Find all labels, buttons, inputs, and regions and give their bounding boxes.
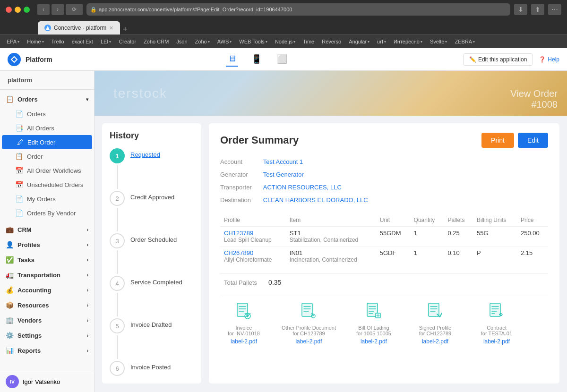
order-actions: Print Edit: [481, 133, 548, 148]
crm-icon: 💼: [6, 226, 14, 233]
sidebar-item-settings[interactable]: ⚙️ Settings ›: [0, 328, 94, 343]
close-button[interactable]: [6, 7, 12, 13]
print-button[interactable]: Print: [481, 133, 514, 148]
sidebar-item-my-orders[interactable]: 📄 My Orders: [0, 192, 94, 206]
reports-chevron-icon: ›: [87, 348, 88, 353]
doc-contract[interactable]: Contractfor TESTA-01 label-2.pdf: [473, 303, 520, 345]
bookmark-time[interactable]: Time: [300, 38, 317, 45]
new-tab-button[interactable]: +: [123, 25, 128, 34]
contract-icon: [489, 303, 504, 323]
sidebar-item-reports[interactable]: 📊 Reports ›: [0, 343, 94, 358]
sidebar-item-edit-order[interactable]: 🖊 Edit Order: [2, 135, 92, 149]
bookmark-lei[interactable]: LEI ▾: [98, 38, 114, 45]
bookmark-web-tools[interactable]: WEB Tools ▾: [236, 38, 270, 45]
bookmark-trello[interactable]: Trello: [49, 38, 67, 45]
step-circle-6: 6: [110, 361, 125, 376]
user-name: Igor Vatsenko: [23, 378, 60, 385]
row1-item: ST1 Stabilization, Containerized: [286, 227, 376, 247]
share-button[interactable]: ⬆: [531, 4, 544, 15]
sidebar-item-tasks[interactable]: ✅ Tasks ›: [0, 252, 94, 267]
total-row: Total Pallets 0.35: [220, 273, 548, 291]
minimize-button[interactable]: [15, 7, 21, 13]
bookmark-epa[interactable]: EPA ▾: [4, 38, 22, 45]
forward-button[interactable]: ›: [52, 4, 64, 15]
more-button[interactable]: ⋯: [548, 4, 561, 15]
doc-other-profile[interactable]: Other Profile Documentfor CH123789 label…: [282, 303, 336, 345]
reload-button[interactable]: ⟳: [66, 4, 83, 15]
step-label-6: Invoice Posted: [130, 361, 171, 371]
invoice-link[interactable]: label-2.pdf: [231, 338, 257, 345]
back-button[interactable]: ‹: [37, 4, 50, 15]
sidebar-item-profiles[interactable]: 👤 Profiles ›: [0, 237, 94, 252]
sidebar-item-all-workflows[interactable]: 📅 All Order Workflows: [0, 163, 94, 178]
bookmark-zoho-crm[interactable]: Zoho CRM: [141, 38, 172, 45]
sidebar-item-accounting[interactable]: 💰 Accounting ›: [0, 282, 94, 298]
tablet-icon[interactable]: 📱: [249, 52, 264, 67]
doc-signed-profile[interactable]: Signed Profilefor CH123789 label-2.pdf: [412, 303, 459, 345]
active-tab[interactable]: Concertive - platform ×: [38, 21, 120, 34]
col-profile: Profile: [220, 214, 286, 227]
sidebar-item-order[interactable]: 📋 Order: [0, 149, 94, 163]
app-header-left: Platform: [8, 53, 52, 66]
step-link-1[interactable]: Requested: [130, 151, 160, 158]
maximize-button[interactable]: [24, 7, 30, 13]
help-button[interactable]: ❓ Help: [539, 56, 559, 63]
transporter-value[interactable]: ACTION RESOURCES, LLC: [263, 183, 548, 192]
content-area: terstock View Order #1008 History: [94, 71, 567, 392]
order-table-body: CH123789 Lead Spill Cleanup ST1 Stabiliz…: [220, 227, 548, 266]
vendors-label: Vendors: [17, 317, 42, 324]
sidebar-section-orders: 📋 Orders ▾ 📄 Orders 📑 All Orders: [0, 90, 94, 222]
bookmark-interesno[interactable]: Интересно ▾: [391, 38, 425, 45]
sidebar-item-orders[interactable]: 📄 Orders: [0, 107, 94, 121]
tasks-icon: ✅: [6, 256, 14, 264]
doc-invoice[interactable]: Invoicefor INV-01018 label-2.pdf: [220, 303, 267, 345]
documents-section: Invoicefor INV-01018 label-2.pdf: [220, 295, 548, 345]
destination-value[interactable]: CLEAN HARBORS EL DORADO, LLC: [263, 196, 548, 205]
sidebar-item-resources[interactable]: 📦 Resources ›: [0, 298, 94, 313]
doc-bill-of-lading[interactable]: Bill Of Ladingfor 1005 10005 label-2.pdf: [350, 303, 397, 345]
content-panels: History 1 Requested: [94, 116, 567, 391]
edit-order-label: Edit Order: [27, 139, 55, 146]
col-pallets: Pallets: [444, 214, 473, 227]
tablet-landscape-icon[interactable]: ⬜: [275, 52, 289, 67]
generator-value[interactable]: Test Generator: [263, 170, 548, 179]
sidebar-item-transportation[interactable]: 🚛 Transportation ›: [0, 267, 94, 282]
history-panel: History 1 Requested: [102, 123, 201, 383]
bookmark-nodejs[interactable]: Node.js ▾: [272, 38, 298, 45]
sidebar-item-orders-by-vendor[interactable]: 📄 Orders By Vendor: [0, 206, 94, 220]
sidebar-item-unscheduled[interactable]: 📅 Unscheduled Orders: [0, 178, 94, 192]
download-button[interactable]: ⬇: [514, 4, 527, 15]
bookmark-reverso[interactable]: Reverso: [319, 38, 344, 45]
account-value[interactable]: Test Account 1: [263, 157, 548, 166]
sidebar-item-crm[interactable]: 💼 CRM ›: [0, 222, 94, 237]
step-label-1[interactable]: Requested: [130, 148, 160, 158]
bookmark-aws[interactable]: AWS ▾: [215, 38, 235, 45]
edit-app-button[interactable]: ✏️ Edit this application: [463, 53, 533, 66]
bookmark-exact-ext[interactable]: exact Ext: [69, 38, 96, 45]
address-bar[interactable]: 🔒 app.zohocreator.com/concertive/platfor…: [86, 3, 510, 16]
bookmark-urf[interactable]: urf ▾: [374, 38, 389, 45]
bookmark-json[interactable]: Json: [173, 38, 190, 45]
edit-button[interactable]: Edit: [518, 133, 548, 148]
all-workflows-label: All Order Workflows: [27, 167, 81, 174]
contract-link[interactable]: label-2.pdf: [483, 338, 510, 345]
bookmark-angular[interactable]: Angular ▾: [346, 38, 372, 45]
bookmark-home[interactable]: Home ▾: [24, 38, 46, 45]
bookmark-zoho[interactable]: Zoho ▾: [192, 38, 213, 45]
order-panel-header: Order Summary Print Edit: [220, 133, 548, 148]
desktop-icon[interactable]: 🖥: [226, 52, 238, 67]
row2-profile-link[interactable]: CH267890: [224, 249, 282, 256]
bill-of-lading-link[interactable]: label-2.pdf: [361, 338, 387, 345]
bookmark-zebra[interactable]: ZEBRA ▾: [452, 38, 478, 45]
sidebar-item-all-orders[interactable]: 📑 All Orders: [0, 121, 94, 135]
bookmark-svelte[interactable]: Svelte ▾: [427, 38, 450, 45]
sidebar-item-vendors[interactable]: 🏢 Vendors ›: [0, 313, 94, 328]
tab-close-icon[interactable]: ×: [109, 24, 113, 32]
row1-profile-link[interactable]: CH123789: [224, 230, 282, 237]
bookmark-creator[interactable]: Creator: [116, 38, 139, 45]
signed-profile-link[interactable]: label-2.pdf: [422, 338, 448, 345]
other-profile-link[interactable]: label-2.pdf: [295, 338, 322, 345]
orders-chevron-icon: ▾: [86, 97, 88, 102]
sidebar-item-orders-section[interactable]: 📋 Orders ▾: [0, 92, 94, 107]
row2-pallets: 0.10: [444, 247, 473, 266]
